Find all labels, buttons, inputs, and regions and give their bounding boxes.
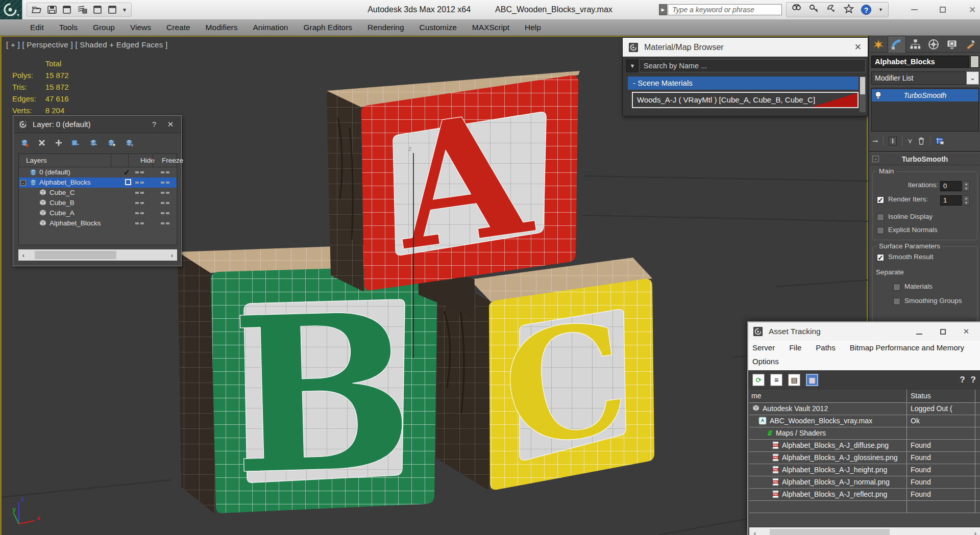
tab-utilities[interactable] bbox=[961, 36, 979, 53]
rollout-title[interactable]: TurboSmooth bbox=[902, 155, 948, 163]
object-name-field[interactable]: Alphabet_Blocks bbox=[871, 56, 969, 68]
object-row-cube-a[interactable]: Cube_A bbox=[19, 208, 177, 218]
asset-name[interactable]: Alphabet_Blocks_A-J_height.png bbox=[782, 466, 887, 474]
browser-options-dropdown-icon[interactable]: ▼ bbox=[626, 59, 639, 72]
asset-row-height[interactable]: PNG Alphabet_Blocks_A-J_height.png Found bbox=[749, 464, 980, 476]
new-layer-icon[interactable] bbox=[20, 139, 29, 147]
layer-properties-icon[interactable] bbox=[125, 139, 134, 147]
scroll-left-icon[interactable]: ‹ bbox=[18, 251, 29, 259]
menu-rendering[interactable]: Rendering bbox=[360, 19, 412, 36]
render-iters-spinner[interactable]: ▲▼ bbox=[963, 195, 970, 206]
block-a[interactable]: A bbox=[327, 71, 580, 292]
show-end-result-icon[interactable]: I bbox=[889, 137, 897, 145]
freeze-toggle[interactable] bbox=[161, 202, 171, 204]
object-label[interactable]: Cube_C bbox=[50, 189, 75, 196]
scrollbar-thumb[interactable] bbox=[35, 251, 116, 259]
collapse-expander-icon[interactable]: - bbox=[20, 180, 26, 186]
hide-toggle[interactable] bbox=[135, 192, 145, 194]
menu-tools[interactable]: Tools bbox=[52, 19, 85, 36]
asset-row-reflect[interactable]: PNG Alphabet_Blocks_A-J_reflect.png Foun… bbox=[749, 489, 980, 501]
rollout-collapse-icon[interactable]: - bbox=[872, 156, 879, 162]
menu-paths[interactable]: Paths bbox=[816, 343, 835, 352]
smooth-result-checkbox[interactable]: ✓ bbox=[877, 254, 884, 261]
context-help-icon[interactable]: ? bbox=[971, 375, 976, 385]
hide-toggle[interactable] bbox=[135, 222, 145, 224]
help-icon[interactable]: ? bbox=[149, 120, 160, 129]
tab-display[interactable] bbox=[943, 36, 961, 53]
menu-group[interactable]: Group bbox=[85, 19, 122, 36]
hide-toggle[interactable] bbox=[135, 171, 145, 173]
layer-horizontal-scrollbar[interactable]: ‹ › bbox=[18, 249, 177, 261]
iterations-spinner[interactable]: ▲▼ bbox=[963, 181, 970, 191]
column-layers[interactable]: Layers bbox=[26, 157, 47, 164]
asset-name[interactable]: Autodesk Vault 2012 bbox=[763, 404, 828, 413]
scroll-right-icon[interactable]: › bbox=[167, 251, 177, 259]
asset-name[interactable]: Alphabet_Blocks_A-J_glossines.png bbox=[782, 453, 897, 462]
asset-row-maps-shaders[interactable]: Maps / Shaders bbox=[749, 427, 980, 440]
minimize-button[interactable] bbox=[906, 5, 922, 14]
delete-layer-icon[interactable] bbox=[38, 139, 46, 147]
infocenter-arrow-button[interactable]: ▶ bbox=[659, 4, 667, 15]
help-icon[interactable]: ? bbox=[861, 5, 871, 15]
hide-toggle[interactable] bbox=[135, 182, 145, 184]
menu-file[interactable]: File bbox=[789, 343, 801, 352]
communication-center-icon[interactable] bbox=[826, 4, 837, 15]
iterations-field[interactable]: 0 bbox=[940, 181, 962, 191]
modifier-stack-item[interactable]: TurboSmooth bbox=[872, 89, 978, 101]
select-layer-icon[interactable] bbox=[89, 139, 99, 147]
asset-name[interactable]: ABC_Wooden_Blocks_vray.max bbox=[770, 417, 872, 425]
layer-dialog-titlebar[interactable]: Layer: 0 (default) ? ✕ bbox=[13, 116, 181, 133]
material-entry-label[interactable]: Woods_A-J ( VRayMtl ) [Cube_A, Cube_B, C… bbox=[637, 95, 815, 104]
search-input[interactable] bbox=[668, 4, 782, 15]
open-file-icon[interactable] bbox=[31, 5, 42, 14]
scrollbar-thumb[interactable] bbox=[860, 77, 865, 94]
asset-name[interactable]: Alphabet_Blocks_A-J_normal.png bbox=[782, 478, 890, 486]
object-row-cube-c[interactable]: Cube_C bbox=[19, 188, 177, 198]
refresh-icon[interactable]: ⟳ bbox=[752, 374, 765, 386]
close-icon[interactable]: ✕ bbox=[958, 327, 975, 336]
lightbulb-icon[interactable] bbox=[874, 91, 882, 100]
asset-name[interactable]: Alphabet_Blocks_A-J_diffuse.png bbox=[782, 441, 889, 449]
table-view-icon[interactable]: ▦ bbox=[806, 374, 818, 386]
menu-animation[interactable]: Animation bbox=[246, 19, 296, 36]
menu-help[interactable]: Help bbox=[517, 19, 549, 36]
object-row-alphabet-blocks[interactable]: Alphabet_Blocks bbox=[19, 218, 177, 228]
redo-icon[interactable] bbox=[107, 5, 117, 14]
render-iters-checkbox[interactable]: ✓ bbox=[877, 196, 884, 203]
material-search-input[interactable]: Search by Name ... bbox=[639, 59, 866, 72]
object-label[interactable]: Cube_B bbox=[50, 199, 75, 207]
project-folder-icon[interactable] bbox=[77, 5, 88, 14]
object-row-cube-b[interactable]: Cube_B bbox=[19, 198, 177, 208]
asset-row-glossines[interactable]: PNG Alphabet_Blocks_A-J_glossines.png Fo… bbox=[749, 452, 980, 464]
configure-modifier-sets-icon[interactable] bbox=[936, 137, 944, 145]
freeze-toggle[interactable] bbox=[161, 222, 171, 224]
modifier-stack[interactable]: TurboSmooth bbox=[871, 88, 979, 132]
modifier-name[interactable]: TurboSmooth bbox=[904, 91, 947, 99]
column-freeze[interactable]: Freeze bbox=[162, 157, 183, 164]
freeze-toggle[interactable] bbox=[161, 212, 171, 214]
asset-row-vault[interactable]: Autodesk Vault 2012 Logged Out ( bbox=[749, 403, 980, 415]
scroll-right-icon[interactable]: › bbox=[970, 529, 980, 535]
asset-name[interactable]: Maps / Shaders bbox=[776, 429, 826, 437]
application-menu-button[interactable] bbox=[0, 0, 22, 19]
material-scrollbar[interactable] bbox=[860, 77, 866, 112]
tab-modify[interactable] bbox=[888, 36, 906, 53]
asset-horizontal-scrollbar[interactable]: ‹ › bbox=[749, 527, 980, 535]
undo-icon[interactable] bbox=[92, 5, 103, 14]
close-icon[interactable]: ✕ bbox=[165, 120, 176, 129]
viewport-label[interactable]: [ + ] [ Perspective ] [ Shaded + Edged F… bbox=[6, 40, 167, 49]
tab-motion[interactable] bbox=[924, 36, 943, 53]
help-dropdown-icon[interactable]: ▼ bbox=[878, 7, 883, 12]
help-icon[interactable]: ? bbox=[960, 375, 965, 385]
properties-view-icon[interactable]: ▤ bbox=[788, 374, 800, 386]
asset-row-diffuse[interactable]: PNG Alphabet_Blocks_A-J_diffuse.png Foun… bbox=[749, 440, 980, 452]
layer-list-header[interactable]: Layers Hide Freeze bbox=[19, 154, 177, 167]
search-icon[interactable] bbox=[792, 4, 802, 15]
scene-materials-group[interactable]: - Scene Materials bbox=[628, 77, 859, 90]
menu-create[interactable]: Create bbox=[159, 19, 198, 36]
material-browser-titlebar[interactable]: Material/Map Browser ✕ bbox=[623, 38, 868, 57]
hide-toggle[interactable] bbox=[135, 202, 145, 204]
current-layer-check-icon[interactable]: ✓ bbox=[124, 168, 130, 177]
menu-edit[interactable]: Edit bbox=[22, 19, 52, 36]
make-unique-icon[interactable]: ⋎ bbox=[908, 137, 913, 145]
